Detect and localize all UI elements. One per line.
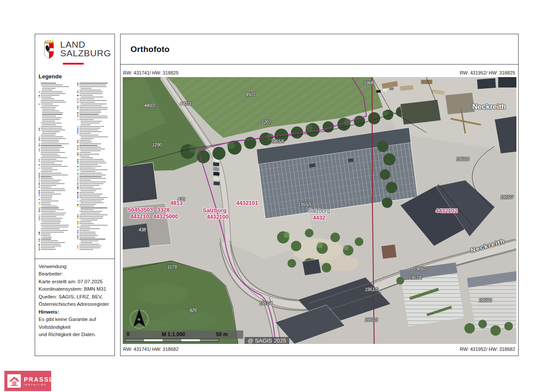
metadata-line: Quellen: SAGIS, LFRZ, BEV,	[39, 293, 111, 301]
coord-bottom-left: RW: 431741/ HW: 318682	[123, 347, 179, 352]
metadata-line: Bearbeiter:	[39, 270, 111, 278]
orthophoto-map: N 440/2441/34501196812071955/61290439438…	[123, 77, 516, 344]
parcel-label: 1955/6	[271, 139, 284, 144]
metadata-line: Koordinatensystem: BMN M31	[39, 285, 111, 293]
house-icon	[7, 374, 21, 388]
map-panel: Orthofoto RW: 431741/ HW: 318825 RW: 431…	[120, 34, 519, 356]
legend-list	[39, 82, 113, 252]
coordinates-bottom: RW: 431741/ HW: 318682 RW: 431952/ HW: 3…	[123, 347, 515, 352]
metadata-note-line: Es gibt keine Garantie auf Vollständigke…	[39, 316, 111, 331]
highlighted-parcel-label: 443210	[130, 213, 149, 220]
map-header: Orthofoto	[121, 34, 518, 65]
coord-top-left: RW: 431741/ HW: 318825	[123, 70, 179, 75]
place-label: Neckreith	[472, 103, 506, 111]
parcel-label: 1955/7	[500, 195, 514, 200]
parcel-label: 1951/5	[365, 287, 379, 292]
coord-top-right: RW: 431952/ HW: 318825	[460, 70, 515, 75]
parcel-label: 1955/5	[298, 202, 312, 207]
scale-bar: 0 M 1:1.000 50 m	[124, 330, 243, 339]
scale-ratio: M 1:1.000	[162, 331, 185, 337]
metadata-line: Karte erstellt am: 07.07.2025	[39, 278, 111, 285]
highlighted-parcel-label: 4432	[313, 214, 326, 221]
parcel-label: 1951/3	[365, 317, 378, 322]
scale-distance: 50 m	[216, 331, 228, 337]
salzburg-coat-of-arms-icon	[43, 39, 56, 60]
parcel-label: 1951/4	[259, 301, 273, 306]
parcel-label: 1968	[364, 81, 373, 85]
metadata-note-line: und Richtigkeit der Daten.	[39, 331, 111, 338]
svg-text:N: N	[138, 317, 140, 321]
highlighted-parcel-label: Salzburg	[203, 207, 227, 214]
parcel-label: 1966/2	[414, 266, 427, 271]
parcel-label: 1951/6	[409, 275, 422, 280]
legend-column-1	[39, 82, 75, 252]
highlighted-parcel-label: 4432100	[207, 214, 229, 220]
parcel-label: 429	[189, 308, 197, 313]
highlighted-parcel-label: 3328	[157, 207, 170, 213]
metadata-line: Verwendung:	[39, 263, 111, 270]
parcel-label: 1955/2	[456, 157, 470, 162]
legend-column-2	[77, 82, 113, 252]
parcel-label: 1955/3	[479, 298, 492, 303]
logo-underline	[63, 63, 84, 65]
municipality-label: Salzburg	[308, 208, 330, 214]
prassl-subtitle: IMMOBILIEN	[24, 384, 54, 386]
parcel-label: 438	[139, 227, 146, 232]
parcel-label: 441/3	[180, 101, 191, 106]
parcel-label: 4501	[246, 92, 255, 97]
parcel-label: 1207	[261, 120, 271, 125]
metadata-note-label: Hinweis:	[39, 308, 111, 316]
parcel-label: 440/2	[144, 103, 155, 108]
logo-line2: SALZBURG	[60, 49, 111, 58]
legend-entry	[39, 249, 75, 250]
legend-entry	[77, 249, 113, 250]
map-metadata: Verwendung:Bearbeiter:Karte erstellt am:…	[35, 259, 114, 356]
highlighted-parcel-label: 4432102	[436, 207, 458, 214]
land-salzburg-logo: LAND SALZBURG	[35, 34, 114, 60]
scale-bar-segments	[125, 339, 219, 342]
page-title: Orthofoto	[131, 45, 170, 54]
highlighted-parcel-label: 4432101	[236, 200, 258, 206]
highlighted-parcel-label: 50453503	[128, 207, 153, 213]
highlighted-parcel-label: 44325000	[153, 213, 178, 220]
scale-zero: 0	[127, 331, 130, 337]
metadata-line: Österreichisches Adressregister	[39, 301, 111, 308]
prassl-logo: PRASSL IMMOBILIEN	[4, 371, 51, 391]
info-panel: LAND SALZBURG Legende Verwendung:Bearbei…	[35, 34, 115, 356]
parcel-label: 1179	[167, 265, 177, 269]
coordinates-top: RW: 431741/ HW: 318825 RW: 431952/ HW: 3…	[123, 70, 515, 75]
coord-bottom-right: RW: 431952/ HW: 318682	[460, 347, 515, 352]
legend-title: Legende	[39, 73, 114, 80]
prassl-name: PRASSL	[24, 376, 54, 382]
highlighted-parcel-label: 4813	[170, 200, 183, 206]
sagis-credit: @ SAGIS 2025	[245, 337, 289, 344]
parcel-label: 1290	[152, 143, 162, 147]
logo-line1: LAND	[60, 40, 111, 49]
